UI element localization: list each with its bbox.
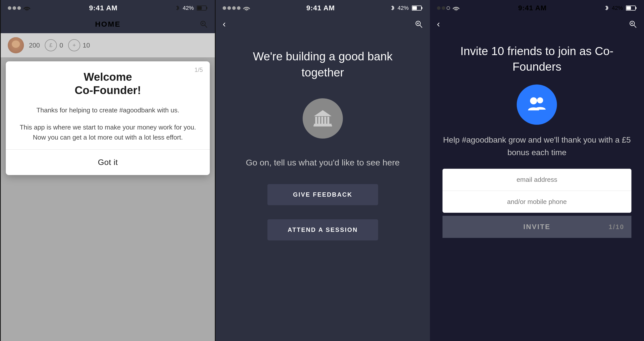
add-item: + 10 (68, 39, 90, 51)
svg-point-33 (537, 97, 543, 103)
bank-building-icon (311, 107, 334, 130)
avatar (8, 37, 24, 53)
signal-dot-2-4 (237, 6, 240, 10)
add-count: 10 (83, 41, 90, 49)
svg-rect-19 (324, 117, 326, 124)
phone-screen-1: 9:41 AM 42% HOME (0, 0, 216, 341)
signal-dot-2-3 (232, 6, 236, 10)
status-right-1: 42% (176, 5, 208, 11)
battery-percent-2: 42% (398, 5, 409, 11)
svg-rect-16 (315, 117, 317, 124)
svg-rect-20 (327, 117, 329, 124)
signal-dots-1 (8, 6, 21, 10)
signal-dot-3-2 (442, 6, 445, 10)
panel2-content: We're building a good bank together Go o… (216, 33, 430, 341)
modal-body-text-1: Thanks for helping to create #agoodbank … (15, 105, 201, 115)
status-bar-3: 9:41 AM 42% (430, 0, 644, 15)
add-icon: + (68, 39, 80, 51)
svg-rect-11 (412, 6, 417, 10)
svg-point-8 (246, 10, 247, 11)
phone-input[interactable] (442, 191, 631, 213)
invite-label: INVITE (523, 223, 550, 231)
battery-icon-1 (197, 5, 208, 11)
nav-bar-3: ‹ (430, 15, 644, 33)
status-time-2: 9:41 AM (306, 4, 335, 12)
panel3-title: Invite 10 friends to join as Co-Founders (442, 43, 631, 74)
phone-screen-3: 9:41 AM 42% ‹ Invite 10 friends (430, 0, 644, 341)
signal-dot-2-1 (223, 6, 226, 10)
email-input[interactable] (442, 169, 631, 191)
invite-button[interactable]: INVITE 1/10 (442, 216, 631, 238)
signal-dot-2-2 (227, 6, 231, 10)
bank-icon-circle (303, 98, 343, 139)
nav-bar-2: ‹ (216, 15, 430, 33)
search-button-2[interactable] (415, 20, 423, 28)
svg-rect-26 (635, 7, 636, 9)
signal-dot-2 (13, 6, 16, 10)
modal-body: Thanks for helping to create #agoodbank … (6, 105, 210, 143)
wifi-icon-1 (23, 5, 31, 11)
nav-title-1: HOME (95, 20, 121, 28)
bluetooth-icon-1 (176, 5, 180, 11)
friends-icon-circle (517, 84, 557, 125)
status-right-2: 42% (391, 5, 423, 11)
give-feedback-button[interactable]: GIVE FEEDBACK (267, 184, 378, 205)
svg-line-29 (634, 25, 636, 28)
modal-body-text-2: This app is where we start to make your … (15, 122, 201, 143)
svg-rect-3 (197, 6, 202, 10)
panel3-content: Invite 10 friends to join as Co-Founders… (430, 33, 644, 341)
modal-footer: Got it (6, 150, 210, 175)
invite-count: 1/10 (609, 223, 624, 231)
status-time-1: 9:41 AM (89, 4, 117, 12)
status-bar-1: 9:41 AM 42% (1, 0, 215, 15)
search-button-1[interactable] (200, 20, 208, 28)
signal-dots-2 (223, 6, 240, 10)
panel3-subtitle: Help #agoodbank grow and we'll thank you… (442, 134, 631, 159)
svg-rect-17 (318, 117, 320, 124)
currency-balance: 0 (59, 41, 63, 49)
search-icon-3 (629, 20, 637, 28)
svg-rect-23 (313, 125, 332, 126)
bluetooth-icon-2 (391, 5, 395, 11)
battery-icon-2 (412, 5, 423, 11)
user-balance-item: 200 (29, 41, 40, 49)
wifi-icon-2 (243, 5, 251, 11)
welcome-modal: 1/5 Welcome Co-Founder! Thanks for helpi… (6, 61, 210, 175)
search-icon-2 (415, 20, 423, 28)
panel1-content: so far on the road #agoodbank 1/5 Welcom… (1, 57, 215, 341)
currency-item: £ 0 (45, 39, 63, 51)
attend-session-button[interactable]: ATTEND A SESSION (267, 219, 378, 240)
battery-percent-1: 42% (183, 5, 194, 11)
modal-title: Welcome Co-Founder! (15, 70, 201, 97)
battery-icon-3 (626, 5, 637, 11)
svg-rect-18 (321, 117, 323, 124)
wifi-icon-3 (452, 5, 460, 11)
panel2-title: We're building a good bank together (231, 48, 415, 81)
svg-point-32 (530, 97, 537, 104)
back-button-2[interactable]: ‹ (223, 19, 226, 29)
nav-bar-1: HOME (1, 15, 215, 33)
svg-marker-21 (314, 110, 332, 116)
status-right-3: 42% (605, 5, 637, 11)
avatar-image (8, 37, 24, 53)
back-button-3[interactable]: ‹ (437, 19, 440, 29)
search-button-3[interactable] (629, 20, 637, 28)
status-bar-left-3 (437, 5, 460, 11)
svg-line-13 (420, 25, 422, 28)
svg-line-5 (205, 25, 207, 28)
battery-percent-3: 42% (612, 5, 623, 11)
modal-header: 1/5 Welcome Co-Founder! (6, 61, 210, 97)
invite-form (442, 169, 631, 213)
modal-step: 1/5 (194, 66, 203, 73)
signal-dot-3 (17, 6, 21, 10)
user-bar: 200 £ 0 + 10 (1, 33, 215, 57)
got-it-button[interactable]: Got it (6, 150, 210, 175)
svg-point-0 (26, 10, 27, 11)
svg-rect-2 (206, 7, 207, 9)
currency-icon: £ (45, 39, 57, 51)
signal-dot-3-1 (437, 6, 440, 10)
svg-point-24 (456, 10, 457, 11)
phone-screen-2: 9:41 AM 42% ‹ We're building a g (216, 0, 430, 341)
panel2-subtitle: Go on, tell us what you'd like to see he… (246, 156, 399, 169)
signal-dot-1 (8, 6, 11, 10)
